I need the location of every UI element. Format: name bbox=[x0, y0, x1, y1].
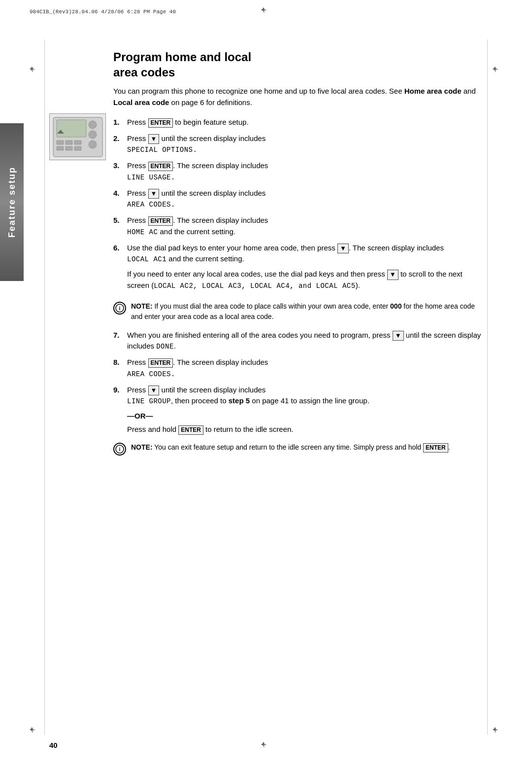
svg-point-2 bbox=[89, 121, 97, 129]
step-7-number: 7. bbox=[113, 330, 127, 352]
step-9-content: Press ▼ until the screen display include… bbox=[127, 385, 483, 407]
step-4-number: 4. bbox=[113, 188, 127, 211]
phone-image-area bbox=[49, 113, 108, 163]
svg-point-3 bbox=[89, 131, 97, 139]
note-1-bold: 000 bbox=[390, 302, 401, 310]
crosshair-bottom-left: + bbox=[30, 725, 39, 735]
header-text: 984CIB_(Rev3)28.04.06 4/28/06 6:28 PM Pa… bbox=[30, 9, 176, 15]
step-8-display: AREA CODES. bbox=[127, 370, 175, 378]
note-2-label: NOTE: bbox=[131, 443, 153, 451]
crosshair-bottom-center: + bbox=[261, 739, 271, 749]
main-content: Program home and local area codes You ca… bbox=[113, 49, 483, 463]
step-6-number: 6. bbox=[113, 243, 127, 293]
note-2-block: i NOTE: You can exit feature setup and r… bbox=[113, 442, 483, 456]
step-4-content: Press ▼ until the screen display include… bbox=[127, 188, 483, 211]
step-9-number: 9. bbox=[113, 385, 127, 407]
note-2-key: ENTER bbox=[423, 443, 448, 453]
side-tab: Feature setup bbox=[0, 123, 24, 281]
intro-bold1: Home area code bbox=[404, 87, 462, 95]
step-2-key: ▼ bbox=[148, 134, 160, 144]
note-1-icon: i bbox=[113, 302, 128, 315]
step-7-display: DONE bbox=[156, 343, 174, 351]
svg-rect-10 bbox=[74, 146, 81, 150]
crosshair-top-center: + bbox=[261, 5, 271, 15]
crosshair-top-left: + bbox=[30, 64, 39, 74]
svg-rect-5 bbox=[57, 141, 64, 144]
step-3-key: ENTER bbox=[148, 162, 173, 171]
step-5-key: ENTER bbox=[148, 216, 173, 226]
section-title: Program home and local area codes bbox=[113, 49, 483, 80]
steps-7-9-container: 7. When you are finished entering all of… bbox=[113, 330, 483, 407]
step-2-content: Press ▼ until the screen display include… bbox=[127, 133, 483, 156]
step-3-number: 3. bbox=[113, 160, 127, 183]
intro-text: You can program this phone to recognize … bbox=[113, 87, 404, 95]
step-2-display: SPECIAL OPTIONS. bbox=[127, 146, 197, 154]
note-2-icon: i bbox=[113, 443, 128, 456]
or-label: —OR— bbox=[127, 412, 483, 420]
press-hold-key: ENTER bbox=[178, 425, 203, 435]
svg-rect-9 bbox=[66, 146, 72, 150]
step-9: 9. Press ▼ until the screen display incl… bbox=[113, 385, 483, 407]
step-6-display: LOCAL AC1 bbox=[127, 255, 166, 263]
intro-end: on page 6 for definitions. bbox=[169, 98, 252, 106]
step-7-content: When you are finished entering all of th… bbox=[127, 330, 483, 352]
note-1-text: NOTE: If you must dial the area code to … bbox=[131, 301, 483, 322]
press-hold-text: Press and hold ENTER to return to the id… bbox=[127, 424, 483, 435]
step-4-key: ▼ bbox=[148, 189, 160, 199]
step-3-display: LINE USAGE. bbox=[127, 174, 175, 181]
page-number: 40 bbox=[49, 741, 58, 749]
step-8: 8. Press ENTER. The screen display inclu… bbox=[113, 357, 483, 380]
svg-rect-7 bbox=[74, 141, 81, 144]
step-5-display: HOME AC bbox=[127, 228, 158, 236]
intro-bold2: Local area code bbox=[113, 98, 169, 106]
crosshair-bottom-right: + bbox=[493, 725, 502, 735]
step-6: 6. Use the dial pad keys to enter your h… bbox=[113, 243, 483, 293]
step-1-key: ENTER bbox=[148, 118, 173, 128]
step-7: 7. When you are finished entering all of… bbox=[113, 330, 483, 352]
step-1-content: Press ENTER to begin feature setup. bbox=[127, 117, 483, 128]
step-6-extra: If you need to enter any local area code… bbox=[127, 269, 483, 291]
crosshair-top-right: + bbox=[493, 64, 502, 74]
step-7-key: ▼ bbox=[393, 331, 404, 341]
step-8-number: 8. bbox=[113, 357, 127, 380]
intro-paragraph: You can program this phone to recognize … bbox=[113, 86, 483, 108]
title-line2: area codes bbox=[113, 66, 175, 79]
step-1: 1. Press ENTER to begin feature setup. bbox=[113, 117, 483, 128]
svg-text:i: i bbox=[119, 306, 121, 311]
note-1-block: i NOTE: If you must dial the area code t… bbox=[113, 301, 483, 322]
note-icon-circle-2: i bbox=[113, 443, 126, 456]
step-8-key: ENTER bbox=[148, 358, 173, 368]
note-icon-circle-1: i bbox=[113, 302, 126, 315]
note-circle-svg-2: i bbox=[115, 445, 124, 454]
right-margin-line bbox=[487, 39, 488, 735]
step-9-display: LINE GROUP bbox=[127, 397, 171, 405]
step-6-key: ▼ bbox=[337, 244, 349, 253]
left-margin-line bbox=[44, 39, 45, 735]
title-line1: Program home and local bbox=[113, 50, 251, 64]
page-container: 984CIB_(Rev3)28.04.06 4/28/06 6:28 PM Pa… bbox=[0, 0, 532, 774]
phone-svg bbox=[51, 115, 105, 159]
step-5-number: 5. bbox=[113, 215, 127, 238]
intro-mid: and bbox=[462, 87, 476, 95]
step-2: 2. Press ▼ until the screen display incl… bbox=[113, 133, 483, 156]
svg-rect-6 bbox=[66, 141, 72, 144]
note-2-text: NOTE: You can exit feature setup and ret… bbox=[131, 442, 450, 453]
step-3: 3. Press ENTER. The screen display inclu… bbox=[113, 160, 483, 183]
step-9-key: ▼ bbox=[148, 386, 160, 395]
step-4: 4. Press ▼ until the screen display incl… bbox=[113, 188, 483, 211]
or-section: —OR— Press and hold ENTER to return to t… bbox=[127, 412, 483, 435]
svg-point-4 bbox=[89, 141, 97, 148]
step-9-bold: step 5 bbox=[229, 396, 250, 405]
step-6-local-codes: LOCAL AC2, LOCAL AC3, LOCAL AC4, and LOC… bbox=[154, 282, 355, 290]
side-tab-label: Feature setup bbox=[7, 167, 17, 238]
step-2-number: 2. bbox=[113, 133, 127, 156]
step-5: 5. Press ENTER. The screen display inclu… bbox=[113, 215, 483, 238]
note-circle-svg-1: i bbox=[115, 304, 124, 313]
step-5-content: Press ENTER. The screen display includes… bbox=[127, 215, 483, 238]
step-6-extra-key: ▼ bbox=[387, 270, 399, 280]
note-1-label: NOTE: bbox=[131, 302, 153, 310]
steps-container: 1. Press ENTER to begin feature setup. 2… bbox=[113, 117, 483, 293]
step-1-number: 1. bbox=[113, 117, 127, 128]
step-8-content: Press ENTER. The screen display includes… bbox=[127, 357, 483, 380]
svg-text:i: i bbox=[119, 447, 121, 452]
